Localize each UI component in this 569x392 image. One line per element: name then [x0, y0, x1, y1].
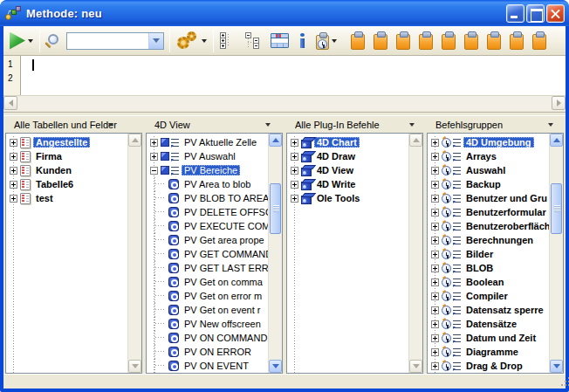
resize-grip[interactable] — [561, 384, 563, 386]
tree-item[interactable]: PV Get area prope — [147, 233, 268, 247]
tree-item[interactable]: Auswahl — [428, 163, 549, 177]
expand-box-icon[interactable] — [431, 223, 439, 230]
tree-item[interactable]: PV GET COMMAND — [147, 247, 268, 261]
tree-item[interactable]: Benutzerformular — [428, 205, 549, 219]
tree-item[interactable]: Kunden — [6, 163, 127, 177]
code-area[interactable] — [21, 56, 566, 95]
tree-item[interactable]: test — [6, 191, 127, 205]
vertical-scrollbar[interactable] — [549, 134, 563, 373]
tree-item[interactable]: Datensatz sperre — [428, 303, 549, 317]
vertical-scrollbar[interactable] — [268, 134, 282, 373]
tree-item[interactable]: PV New offscreen — [147, 317, 268, 331]
combobox-dropdown-button[interactable] — [148, 33, 163, 49]
expand-box-icon[interactable] — [431, 237, 439, 244]
tree-item[interactable]: PV EXECUTE COM — [147, 219, 268, 233]
panel-header-dropdown-icon[interactable] — [548, 123, 553, 127]
clipboard-slot-button[interactable] — [483, 28, 505, 54]
scroll-down-button[interactable] — [550, 360, 563, 373]
expand-box-icon[interactable] — [431, 279, 439, 286]
tree-item[interactable]: 4D Chart — [287, 135, 408, 149]
panel-header-dropdown-icon[interactable] — [108, 123, 113, 127]
tree-item[interactable]: PV Area to blob — [147, 177, 268, 191]
tree-item[interactable]: Firma — [6, 149, 127, 163]
tree-item[interactable]: PV ON ERROR — [147, 345, 268, 359]
tree-item[interactable]: Diagramme — [428, 345, 549, 359]
tree-item[interactable]: BLOB — [428, 261, 549, 275]
panel-header-dropdown-icon[interactable] — [409, 123, 415, 127]
clipboard-slot-button[interactable] — [505, 28, 528, 54]
scrollbar-track[interactable] — [550, 147, 563, 360]
expand-box-icon[interactable] — [431, 362, 439, 370]
maximize-button[interactable] — [526, 4, 545, 23]
tree-item[interactable]: PV BLOB TO AREA — [147, 191, 268, 205]
expand-box-icon[interactable] — [431, 251, 439, 258]
tree-item[interactable]: PV Get on error m — [147, 289, 268, 303]
expand-box-icon[interactable] — [291, 139, 298, 147]
expand-box-icon[interactable] — [291, 195, 298, 203]
tree-item[interactable]: 4D Umgebung — [428, 135, 549, 149]
expand-box-icon[interactable] — [431, 153, 439, 161]
tree-item[interactable]: Ole Tools — [287, 191, 408, 205]
tree-item[interactable]: Backup — [428, 177, 549, 191]
panel-header-dropdown-icon[interactable] — [265, 123, 271, 127]
collapse-all-button[interactable] — [243, 28, 263, 54]
scrollbar-thumb[interactable] — [551, 183, 562, 234]
scroll-up-button[interactable] — [128, 134, 141, 147]
expand-box-icon[interactable] — [291, 181, 298, 189]
scroll-up-button[interactable] — [409, 134, 422, 147]
scroll-up-button[interactable] — [550, 134, 563, 147]
tree-item[interactable]: Tabelle6 — [6, 177, 127, 191]
tree-item[interactable]: Benutzer und Gru — [428, 191, 549, 205]
expand-box-icon[interactable] — [431, 167, 439, 175]
minimize-button[interactable] — [506, 4, 524, 23]
close-button[interactable] — [546, 4, 565, 23]
collapse-box-icon[interactable] — [150, 167, 158, 175]
scroll-left-button[interactable] — [3, 96, 17, 110]
editor-horizontal-scrollbar[interactable] — [3, 96, 566, 111]
expand-box-icon[interactable] — [150, 139, 158, 147]
tree-item[interactable]: PV DELETE OFFSC — [147, 205, 268, 219]
tree-item[interactable]: PV Auswahl — [147, 149, 268, 163]
tree-item[interactable]: Arrays — [428, 149, 549, 163]
tree-item[interactable]: Compiler — [428, 289, 549, 303]
expand-box-icon[interactable] — [431, 306, 439, 314]
expand-box-icon[interactable] — [431, 181, 439, 189]
expand-box-icon[interactable] — [10, 195, 17, 203]
tree-item[interactable]: Datensätze — [428, 317, 549, 331]
tree-item[interactable]: 4D Draw — [287, 149, 408, 163]
tree-item[interactable]: PV ON COMMAND — [147, 331, 268, 345]
expand-box-icon[interactable] — [431, 334, 439, 342]
tree-item[interactable]: Drag & Drop — [428, 359, 549, 373]
scrollbar-track[interactable] — [269, 147, 282, 360]
vertical-scrollbar[interactable] — [127, 134, 141, 373]
clipboard-slot-button[interactable] — [346, 28, 369, 54]
expand-all-button[interactable] — [217, 28, 237, 54]
tree-item[interactable]: Angestellte — [6, 135, 127, 149]
scroll-down-button[interactable] — [269, 360, 282, 373]
tree-item[interactable]: 4D View — [287, 163, 408, 177]
expand-box-icon[interactable] — [291, 167, 298, 175]
scrollbar-track[interactable] — [409, 147, 422, 360]
scroll-down-button[interactable] — [409, 360, 422, 373]
tree-item[interactable]: PV ON EVENT — [147, 359, 268, 373]
tree-item[interactable]: Bilder — [428, 247, 549, 261]
run-method-button[interactable] — [7, 28, 36, 54]
clipboard-slot-button[interactable] — [392, 28, 415, 54]
search-combobox[interactable] — [66, 32, 164, 50]
expand-box-icon[interactable] — [431, 209, 439, 217]
scroll-down-button[interactable] — [128, 360, 141, 373]
clipboard-slot-button[interactable] — [460, 28, 483, 54]
tree-item[interactable]: Datum und Zeit — [428, 331, 549, 345]
expand-box-icon[interactable] — [10, 139, 17, 147]
scroll-up-button[interactable] — [269, 134, 282, 147]
clipboard-slot-button[interactable] — [369, 28, 392, 54]
expand-box-icon[interactable] — [431, 348, 439, 356]
scroll-right-button[interactable] — [552, 96, 566, 110]
expand-box-icon[interactable] — [431, 292, 439, 300]
tree-item[interactable]: Berechnungen — [428, 233, 549, 247]
info-button[interactable] — [295, 28, 310, 54]
expand-box-icon[interactable] — [10, 167, 17, 175]
tree-item[interactable]: PV Get on comma — [147, 275, 268, 289]
expand-box-icon[interactable] — [10, 153, 17, 161]
scrollbar-track[interactable] — [128, 147, 141, 360]
